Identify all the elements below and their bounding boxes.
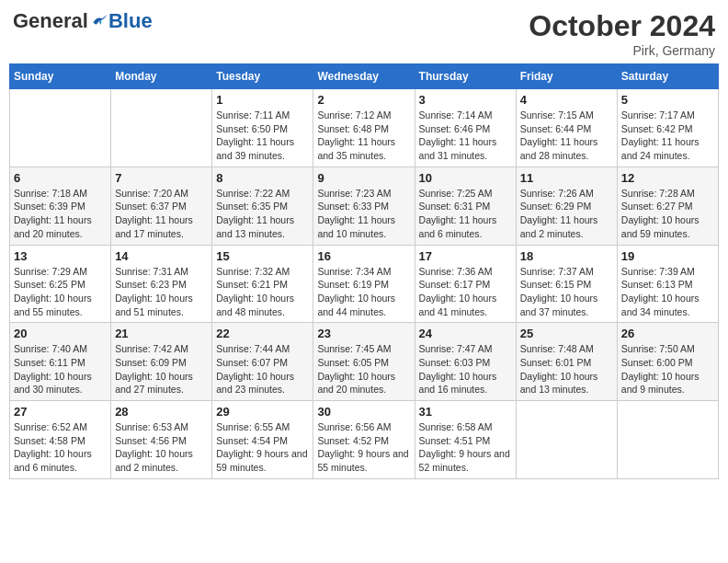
day-info: Sunrise: 6:55 AM Sunset: 4:54 PM Dayligh…	[216, 420, 309, 475]
header-day-saturday: Saturday	[617, 64, 718, 89]
header-day-wednesday: Wednesday	[313, 64, 415, 89]
logo: General Blue	[13, 9, 153, 33]
calendar-cell: 20Sunrise: 7:40 AM Sunset: 6:11 PM Dayli…	[10, 323, 111, 401]
calendar-cell: 27Sunrise: 6:52 AM Sunset: 4:58 PM Dayli…	[10, 401, 111, 479]
calendar-cell	[617, 401, 718, 479]
calendar-cell	[111, 89, 212, 167]
day-number: 16	[317, 249, 410, 263]
day-number: 20	[14, 327, 107, 340]
header-day-thursday: Thursday	[415, 64, 516, 89]
day-info: Sunrise: 7:11 AM Sunset: 6:50 PM Dayligh…	[216, 109, 309, 163]
week-row-4: 20Sunrise: 7:40 AM Sunset: 6:11 PM Dayli…	[10, 323, 719, 401]
header-day-monday: Monday	[111, 64, 212, 89]
logo-general-text: General	[13, 9, 88, 33]
calendar-cell: 13Sunrise: 7:29 AM Sunset: 6:25 PM Dayli…	[10, 245, 111, 323]
day-number: 12	[621, 171, 714, 185]
day-info: Sunrise: 7:34 AM Sunset: 6:19 PM Dayligh…	[317, 265, 410, 319]
calendar-cell: 22Sunrise: 7:44 AM Sunset: 6:07 PM Dayli…	[212, 323, 313, 401]
calendar-cell: 19Sunrise: 7:39 AM Sunset: 6:13 PM Dayli…	[617, 245, 718, 323]
day-number: 9	[317, 171, 410, 185]
day-info: Sunrise: 7:14 AM Sunset: 6:46 PM Dayligh…	[419, 109, 512, 163]
day-number: 17	[419, 249, 512, 263]
calendar-cell: 7Sunrise: 7:20 AM Sunset: 6:37 PM Daylig…	[111, 167, 212, 245]
day-number: 25	[520, 327, 613, 340]
day-number: 24	[419, 327, 512, 340]
day-info: Sunrise: 7:26 AM Sunset: 6:29 PM Dayligh…	[520, 187, 613, 241]
calendar-cell: 6Sunrise: 7:18 AM Sunset: 6:39 PM Daylig…	[10, 167, 111, 245]
day-info: Sunrise: 7:22 AM Sunset: 6:35 PM Dayligh…	[216, 187, 309, 241]
calendar-cell: 9Sunrise: 7:23 AM Sunset: 6:33 PM Daylig…	[313, 167, 415, 245]
calendar-cell: 29Sunrise: 6:55 AM Sunset: 4:54 PM Dayli…	[212, 401, 313, 479]
location: Pirk, Germany	[529, 43, 715, 58]
day-info: Sunrise: 7:37 AM Sunset: 6:15 PM Dayligh…	[520, 265, 613, 319]
day-number: 4	[520, 93, 613, 107]
week-row-3: 13Sunrise: 7:29 AM Sunset: 6:25 PM Dayli…	[10, 245, 719, 323]
day-info: Sunrise: 7:40 AM Sunset: 6:11 PM Dayligh…	[14, 342, 107, 396]
day-info: Sunrise: 7:48 AM Sunset: 6:01 PM Dayligh…	[520, 342, 613, 396]
day-number: 11	[520, 171, 613, 185]
day-info: Sunrise: 7:12 AM Sunset: 6:48 PM Dayligh…	[317, 109, 410, 163]
header-day-friday: Friday	[516, 64, 617, 89]
calendar-cell: 25Sunrise: 7:48 AM Sunset: 6:01 PM Dayli…	[516, 323, 617, 401]
day-info: Sunrise: 7:50 AM Sunset: 6:00 PM Dayligh…	[621, 342, 714, 396]
calendar-cell: 4Sunrise: 7:15 AM Sunset: 6:44 PM Daylig…	[516, 89, 617, 167]
day-info: Sunrise: 7:15 AM Sunset: 6:44 PM Dayligh…	[520, 109, 613, 163]
day-info: Sunrise: 7:20 AM Sunset: 6:37 PM Dayligh…	[115, 187, 208, 241]
day-number: 18	[520, 249, 613, 263]
calendar-cell: 31Sunrise: 6:58 AM Sunset: 4:51 PM Dayli…	[415, 401, 516, 479]
day-number: 15	[216, 249, 309, 263]
calendar-cell: 3Sunrise: 7:14 AM Sunset: 6:46 PM Daylig…	[415, 89, 516, 167]
day-info: Sunrise: 6:56 AM Sunset: 4:52 PM Dayligh…	[317, 420, 410, 475]
calendar-cell: 16Sunrise: 7:34 AM Sunset: 6:19 PM Dayli…	[313, 245, 415, 323]
week-row-2: 6Sunrise: 7:18 AM Sunset: 6:39 PM Daylig…	[10, 167, 719, 245]
calendar-cell: 8Sunrise: 7:22 AM Sunset: 6:35 PM Daylig…	[212, 167, 313, 245]
header-day-tuesday: Tuesday	[212, 64, 313, 89]
day-number: 31	[419, 405, 512, 419]
calendar-cell: 12Sunrise: 7:28 AM Sunset: 6:27 PM Dayli…	[617, 167, 718, 245]
day-number: 19	[621, 249, 714, 263]
day-number: 3	[419, 93, 512, 107]
calendar-cell: 28Sunrise: 6:53 AM Sunset: 4:56 PM Dayli…	[111, 401, 212, 479]
day-number: 14	[115, 249, 208, 263]
week-row-5: 27Sunrise: 6:52 AM Sunset: 4:58 PM Dayli…	[10, 401, 719, 479]
calendar-cell: 30Sunrise: 6:56 AM Sunset: 4:52 PM Dayli…	[313, 401, 415, 479]
day-number: 7	[115, 171, 208, 185]
day-number: 23	[317, 327, 410, 340]
day-info: Sunrise: 7:39 AM Sunset: 6:13 PM Dayligh…	[621, 265, 714, 319]
day-info: Sunrise: 7:32 AM Sunset: 6:21 PM Dayligh…	[216, 265, 309, 319]
day-info: Sunrise: 7:42 AM Sunset: 6:09 PM Dayligh…	[115, 342, 208, 396]
day-info: Sunrise: 7:25 AM Sunset: 6:31 PM Dayligh…	[419, 187, 512, 241]
logo-bird-icon	[90, 13, 108, 29]
calendar-cell: 10Sunrise: 7:25 AM Sunset: 6:31 PM Dayli…	[415, 167, 516, 245]
calendar-cell: 21Sunrise: 7:42 AM Sunset: 6:09 PM Dayli…	[111, 323, 212, 401]
day-number: 10	[419, 171, 512, 185]
calendar: SundayMondayTuesdayWednesdayThursdayFrid…	[9, 63, 719, 479]
day-info: Sunrise: 6:58 AM Sunset: 4:51 PM Dayligh…	[419, 420, 512, 475]
day-info: Sunrise: 6:52 AM Sunset: 4:58 PM Dayligh…	[14, 420, 107, 475]
day-number: 28	[115, 405, 208, 419]
calendar-cell	[10, 89, 111, 167]
day-info: Sunrise: 7:31 AM Sunset: 6:23 PM Dayligh…	[115, 265, 208, 319]
header: General Blue October 2024 Pirk, Germany	[9, 9, 719, 58]
day-info: Sunrise: 7:29 AM Sunset: 6:25 PM Dayligh…	[14, 265, 107, 319]
calendar-cell: 23Sunrise: 7:45 AM Sunset: 6:05 PM Dayli…	[313, 323, 415, 401]
day-info: Sunrise: 7:23 AM Sunset: 6:33 PM Dayligh…	[317, 187, 410, 241]
calendar-cell: 24Sunrise: 7:47 AM Sunset: 6:03 PM Dayli…	[415, 323, 516, 401]
calendar-cell: 5Sunrise: 7:17 AM Sunset: 6:42 PM Daylig…	[617, 89, 718, 167]
day-number: 5	[621, 93, 714, 107]
day-number: 8	[216, 171, 309, 185]
day-number: 27	[14, 405, 107, 419]
header-day-sunday: Sunday	[10, 64, 111, 89]
week-row-1: 1Sunrise: 7:11 AM Sunset: 6:50 PM Daylig…	[10, 89, 719, 167]
header-row: SundayMondayTuesdayWednesdayThursdayFrid…	[10, 64, 719, 89]
logo-blue-text: Blue	[108, 9, 153, 33]
day-info: Sunrise: 7:18 AM Sunset: 6:39 PM Dayligh…	[14, 187, 107, 241]
day-number: 22	[216, 327, 309, 340]
calendar-cell: 17Sunrise: 7:36 AM Sunset: 6:17 PM Dayli…	[415, 245, 516, 323]
calendar-cell: 1Sunrise: 7:11 AM Sunset: 6:50 PM Daylig…	[212, 89, 313, 167]
calendar-body: 1Sunrise: 7:11 AM Sunset: 6:50 PM Daylig…	[10, 89, 719, 479]
day-info: Sunrise: 7:45 AM Sunset: 6:05 PM Dayligh…	[317, 342, 410, 396]
day-number: 29	[216, 405, 309, 419]
day-info: Sunrise: 6:53 AM Sunset: 4:56 PM Dayligh…	[115, 420, 208, 475]
day-number: 21	[115, 327, 208, 340]
